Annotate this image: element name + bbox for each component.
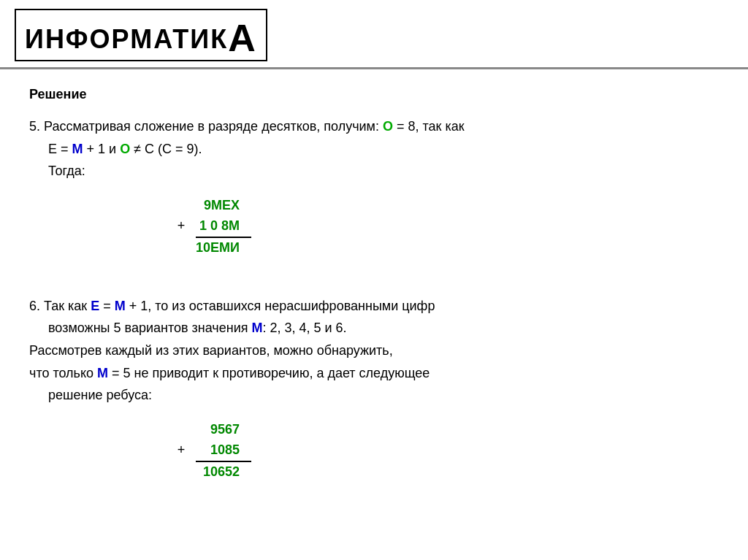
item6-math: 9567 + 1085 10652 — [175, 420, 251, 483]
item6-line5: решение ребуса: — [29, 384, 719, 407]
math2-row-1: 9567 — [175, 420, 251, 440]
item6-line1-pre: 6. Так как — [29, 299, 91, 313]
item-6-block: 6. Так как Е = М + 1, то из оставшихся н… — [29, 295, 719, 496]
math2-num2: 1085 — [196, 442, 240, 458]
math-plus-op: + — [175, 218, 187, 234]
header-big-a: А — [228, 17, 257, 59]
math-row-1: 9МЕХ — [175, 196, 251, 216]
item6-E1: Е — [91, 299, 99, 313]
item5-line2-mid: + 1 и — [83, 142, 121, 156]
item6-line1-mid2: + 1, то из оставшихся нерасшифрованными … — [126, 299, 435, 313]
item6-M1: М — [115, 299, 126, 313]
item-5-block: 5. Рассматривая сложение в разряде десят… — [29, 115, 719, 272]
item5-line2-pre: Е = — [48, 142, 72, 156]
math-row-3: 10ЕМИ — [175, 238, 251, 258]
item6-line2: возможны 5 вариантов значения М: 2, 3, 4… — [29, 317, 719, 340]
item5-line1-pre: 5. Рассматривая сложение в разряде десят… — [29, 119, 383, 134]
item5-line1-mid1: = 8, так как — [393, 119, 465, 134]
item6-line3: Рассмотрев каждый из этих вариантов, мож… — [29, 340, 719, 362]
header-title: ИНФОРМАТИКА — [15, 9, 267, 61]
math2-row-3: 10652 — [175, 462, 251, 483]
item5-line2-end: (С = 9). — [154, 142, 202, 156]
item5-line3: Тогда: — [29, 160, 719, 183]
item6-line4: что только М = 5 не приводит к противоре… — [29, 362, 719, 385]
item6-line4-end: = 5 не приводит к противоречию, а дает с… — [108, 366, 430, 380]
section-title: Решение — [29, 87, 719, 102]
page-header: ИНФОРМАТИКА — [0, 0, 748, 69]
item5-O2: О — [120, 142, 130, 156]
math2-result: 10652 — [196, 464, 240, 480]
item6-line4-pre: что только — [29, 366, 97, 380]
math-num2: 1 0 8М — [196, 218, 240, 234]
math-row-2: + 1 0 8М — [175, 216, 251, 237]
math2-row-2: + 1085 — [175, 440, 251, 461]
item5-O1: О — [383, 119, 393, 134]
item6-M3: М — [97, 366, 108, 380]
math2-plus-op: + — [175, 442, 187, 458]
item5-neq: ≠ — [134, 142, 141, 156]
item5-M1: М — [72, 142, 83, 156]
item5-math: 9МЕХ + 1 0 8М 10ЕМИ — [175, 196, 251, 258]
math-num1: 9МЕХ — [196, 198, 240, 213]
header-title-text: ИНФОРМАТИК — [25, 24, 228, 54]
item5-line1: 5. Рассматривая сложение в разряде десят… — [29, 115, 719, 138]
main-content: Решение 5. Рассматривая сложение в разря… — [0, 87, 748, 548]
math-result: 10ЕМИ — [196, 240, 240, 256]
item6-M2: М — [251, 321, 262, 335]
item5-line2: Е = М + 1 и О ≠ С (С = 9). — [29, 138, 719, 161]
item6-line2-end: : 2, 3, 4, 5 и 6. — [262, 321, 346, 335]
item6-line1-mid1: = — [99, 299, 115, 313]
item5-C1: С — [145, 142, 154, 156]
item6-line1: 6. Так как Е = М + 1, то из оставшихся н… — [29, 295, 719, 318]
math2-num1: 9567 — [196, 422, 240, 437]
item6-line2-text: возможны 5 вариантов значения — [48, 321, 251, 335]
